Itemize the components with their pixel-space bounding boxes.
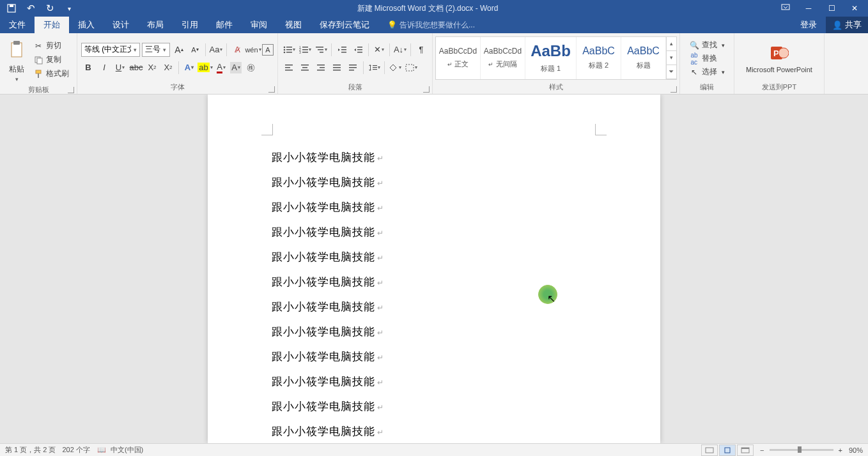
format-painter-button[interactable]: 格式刷 — [32, 68, 70, 80]
page[interactable]: 跟小小筱学电脑技能跟小小筱学电脑技能跟小小筱学电脑技能跟小小筱学电脑技能跟小小筱… — [208, 95, 660, 443]
doc-line[interactable]: 跟小小筱学电脑技能 — [272, 420, 596, 443]
style-scroll-up-icon[interactable]: ▴ — [667, 37, 676, 51]
send-to-ppt-button[interactable]: P Microsoft PowerPoint — [738, 42, 820, 76]
borders-button[interactable] — [404, 61, 418, 75]
tab-layout[interactable]: 布局 — [138, 17, 173, 33]
increase-indent-button[interactable] — [351, 43, 365, 57]
bold-button[interactable]: B — [81, 61, 95, 75]
italic-button[interactable]: I — [97, 61, 111, 75]
close-icon[interactable]: ✕ — [850, 4, 859, 13]
word-count[interactable]: 202 个字 — [62, 445, 89, 455]
superscript-button[interactable]: X2 — [161, 61, 175, 75]
font-name-combo[interactable]: 等线 (中文正文)▾ — [81, 43, 140, 57]
shrink-font-button[interactable]: A▾ — [188, 43, 202, 57]
replace-button[interactable]: abac替换 — [688, 52, 726, 65]
clipboard-launcher-icon[interactable] — [68, 87, 74, 93]
line-spacing-button[interactable] — [367, 61, 381, 75]
style-h2[interactable]: AaBbC标题 2 — [577, 37, 621, 79]
redo-icon[interactable]: ↻ — [45, 3, 55, 13]
tab-review[interactable]: 审阅 — [242, 17, 276, 33]
zoom-value[interactable]: 90% — [849, 446, 863, 454]
align-distribute-button[interactable] — [346, 61, 360, 75]
tab-design[interactable]: 设计 — [104, 17, 138, 33]
styles-gallery[interactable]: AaBbCcDd↵ 正文 AaBbCcDd↵ 无间隔 AaBb标题 1 AaBb… — [435, 36, 677, 80]
align-center-button[interactable] — [298, 61, 312, 75]
char-border-button[interactable]: A — [262, 44, 274, 56]
doc-line[interactable]: 跟小小筱学电脑技能 — [272, 220, 596, 245]
tab-insert[interactable]: 插入 — [69, 17, 104, 33]
find-button[interactable]: 🔍查找▾ — [688, 39, 726, 51]
save-icon[interactable] — [6, 3, 17, 13]
tab-cloud[interactable]: 保存到云笔记 — [311, 17, 378, 33]
text-effects-button[interactable]: A — [182, 61, 196, 75]
asian-layout-button[interactable]: ✕ — [372, 43, 386, 57]
undo-icon[interactable]: ↶ — [26, 3, 36, 13]
subscript-button[interactable]: X2 — [145, 61, 159, 75]
doc-line[interactable]: 跟小小筱学电脑技能 — [272, 395, 596, 420]
document-area[interactable]: 跟小小筱学电脑技能跟小小筱学电脑技能跟小小筱学电脑技能跟小小筱学电脑技能跟小小筱… — [0, 95, 868, 443]
sort-button[interactable]: A↓ — [393, 43, 407, 57]
char-shading-button[interactable]: A — [230, 62, 242, 73]
show-marks-button[interactable]: ¶ — [414, 43, 428, 57]
read-mode-button[interactable] — [701, 445, 718, 456]
paste-button[interactable] — [5, 37, 28, 63]
tab-mailings[interactable]: 邮件 — [207, 17, 242, 33]
doc-line[interactable]: 跟小小筱学电脑技能 — [272, 370, 596, 395]
tellme-search[interactable]: 💡告诉我您想要做什么... — [378, 17, 484, 33]
decrease-indent-button[interactable] — [335, 43, 349, 57]
clear-format-button[interactable]: A̷ — [230, 43, 244, 57]
tab-view[interactable]: 视图 — [276, 17, 311, 33]
style-normal[interactable]: AaBbCcDd↵ 正文 — [436, 37, 481, 79]
bullets-button[interactable] — [282, 43, 296, 57]
style-more-icon[interactable]: ⏷ — [667, 65, 676, 79]
strike-button[interactable]: abc — [129, 61, 143, 75]
paragraph-launcher-icon[interactable] — [423, 86, 430, 93]
phonetic-guide-button[interactable]: wén — [246, 43, 260, 57]
numbering-button[interactable]: 123 — [298, 43, 312, 57]
qat-more-icon[interactable]: ▾ — [64, 3, 74, 13]
align-right-button[interactable] — [314, 61, 328, 75]
login-button[interactable]: 登录 — [791, 17, 826, 33]
style-nospace[interactable]: AaBbCcDd↵ 无间隔 — [481, 37, 525, 79]
doc-line[interactable]: 跟小小筱学电脑技能 — [272, 245, 596, 270]
style-scroll-down-icon[interactable]: ▾ — [667, 51, 676, 65]
highlight-button[interactable]: ab — [198, 61, 212, 75]
zoom-slider[interactable] — [770, 449, 833, 451]
page-status[interactable]: 第 1 页，共 2 页 — [5, 445, 56, 455]
print-layout-button[interactable] — [719, 445, 736, 456]
tab-references[interactable]: 引用 — [173, 17, 207, 33]
font-size-combo[interactable]: 三号▾ — [142, 43, 170, 57]
share-button[interactable]: 👤共享 — [826, 17, 868, 33]
font-launcher-icon[interactable] — [268, 86, 275, 93]
paste-dropdown-icon[interactable]: ▾ — [15, 76, 19, 82]
doc-line[interactable]: 跟小小筱学电脑技能 — [272, 345, 596, 370]
doc-line[interactable]: 跟小小筱学电脑技能 — [272, 146, 596, 171]
doc-line[interactable]: 跟小小筱学电脑技能 — [272, 320, 596, 345]
maximize-icon[interactable]: ☐ — [827, 4, 836, 13]
font-color-button[interactable]: A — [214, 61, 228, 75]
underline-button[interactable]: U — [113, 61, 127, 75]
doc-line[interactable]: 跟小小筱学电脑技能 — [272, 195, 596, 220]
multilevel-button[interactable] — [314, 43, 328, 57]
zoom-in-button[interactable]: + — [839, 446, 842, 454]
tab-file[interactable]: 文件 — [0, 17, 35, 33]
grow-font-button[interactable]: A▴ — [172, 43, 186, 57]
zoom-out-button[interactable]: − — [760, 446, 764, 454]
align-justify-button[interactable] — [330, 61, 344, 75]
minimize-icon[interactable]: ─ — [804, 4, 813, 13]
change-case-button[interactable]: Aa — [209, 43, 223, 57]
web-layout-button[interactable] — [737, 445, 754, 456]
tab-home[interactable]: 开始 — [35, 17, 69, 33]
cut-button[interactable]: ✂剪切 — [32, 40, 70, 52]
style-title[interactable]: AaBbC标题 — [621, 37, 666, 79]
style-h1[interactable]: AaBb标题 1 — [525, 37, 577, 79]
ribbon-options-icon[interactable] — [781, 4, 790, 13]
align-left-button[interactable] — [282, 61, 296, 75]
doc-line[interactable]: 跟小小筱学电脑技能 — [272, 171, 596, 195]
shading-button[interactable] — [388, 61, 402, 75]
enclose-char-button[interactable]: ㊑ — [244, 61, 258, 75]
spell-icon[interactable]: 📖 — [97, 445, 107, 455]
language-status[interactable]: 中文(中国) — [111, 445, 143, 455]
copy-button[interactable]: 复制 — [32, 54, 70, 66]
styles-launcher-icon[interactable] — [670, 86, 677, 93]
